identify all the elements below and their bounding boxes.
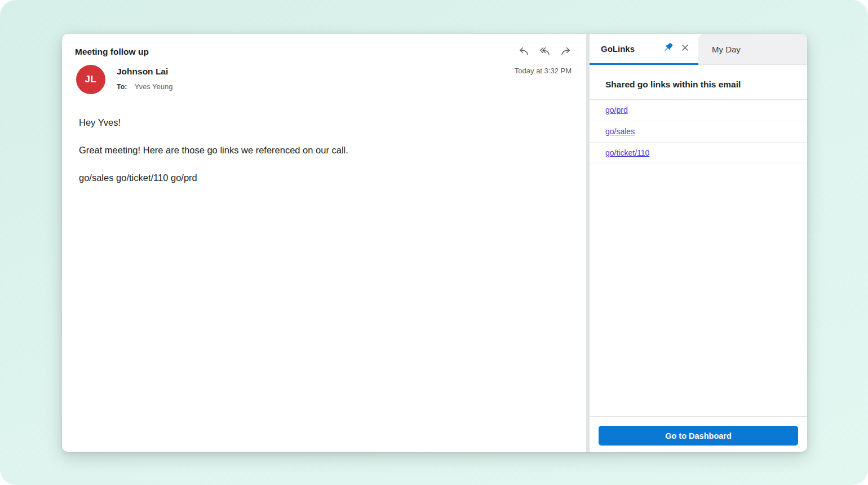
forward-icon (560, 46, 572, 58)
tab-my-day-label: My Day (712, 45, 741, 54)
pin-icon (663, 42, 674, 55)
email-subject: Meeting follow up (75, 47, 149, 57)
go-link[interactable]: go/sales (605, 127, 635, 136)
reply-all-button[interactable] (538, 46, 551, 58)
sender-name: Johnson Lai (117, 67, 515, 77)
tab-golinks[interactable]: GoLinks (590, 34, 698, 65)
outlook-window: Meeting follow up (62, 34, 807, 452)
go-to-dashboard-button[interactable]: Go to Dashboard (599, 426, 798, 446)
tab-my-day[interactable]: My Day (698, 34, 807, 65)
desktop-background: Meeting follow up (0, 0, 868, 485)
to-label: To: (117, 83, 127, 91)
sender-row: JL Johnson Lai To: Yves Yeung Today at 3… (75, 65, 572, 94)
pin-button[interactable] (661, 42, 675, 55)
reply-all-icon (539, 46, 551, 58)
email-paragraph: go/sales go/ticket/110 go/prd (79, 171, 569, 184)
email-paragraph: Great meeting! Here are those go links w… (79, 144, 569, 157)
list-item: go/sales (590, 121, 807, 143)
close-icon (680, 43, 690, 54)
pane-heading: Shared go links within this email (605, 80, 791, 90)
addin-tab-row: GoLinks (590, 34, 807, 65)
go-link[interactable]: go/prd (605, 105, 628, 114)
sender-avatar[interactable]: JL (76, 65, 105, 94)
golinks-pane-content: Shared go links within this email go/prd… (590, 65, 807, 416)
go-link[interactable]: go/ticket/110 (605, 148, 649, 157)
email-timestamp: Today at 3:32 PM (515, 67, 572, 94)
email-paragraph: Hey Yves! (79, 116, 569, 129)
forward-button[interactable] (559, 46, 572, 58)
list-item: go/ticket/110 (590, 143, 807, 164)
tab-golinks-label: GoLinks (601, 44, 658, 54)
email-reading-pane: Meeting follow up (62, 34, 586, 452)
reply-button[interactable] (517, 46, 530, 58)
email-body: Hey Yves! Great meeting! Here are those … (62, 94, 586, 452)
close-pane-button[interactable] (678, 42, 692, 55)
addin-sidebar: GoLinks (590, 34, 807, 452)
list-item: go/prd (590, 100, 807, 121)
email-header: Meeting follow up (62, 34, 586, 94)
pane-footer: Go to Dashboard (590, 416, 807, 452)
recipient-name: Yves Yeung (135, 82, 173, 91)
email-action-bar (517, 46, 572, 58)
reply-icon (518, 46, 530, 58)
